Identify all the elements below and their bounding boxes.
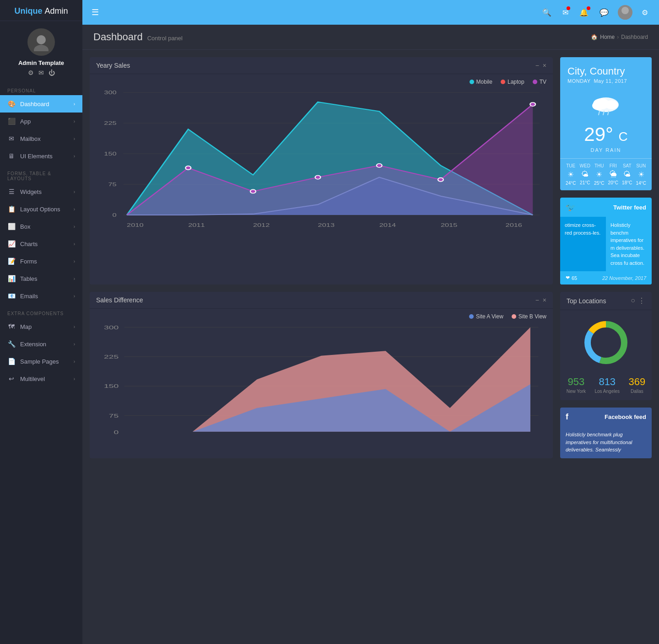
- svg-text:0: 0: [113, 429, 119, 435]
- sidebar-item-left: 🔧 Extension: [7, 340, 46, 348]
- twitter-logo-icon: 🐦: [566, 202, 576, 212]
- settings-icon[interactable]: ⚙: [642, 8, 648, 17]
- forecast-temp: 24°C: [566, 181, 576, 186]
- yearly-chart-area: 300 225 150 75 0 2010 2011 2012 2013 201…: [90, 88, 553, 252]
- sidebar-item-dashboard[interactable]: 🎨 Dashboard ›: [0, 95, 82, 113]
- tables-icon: 📊: [7, 274, 16, 283]
- sidebar-item-label: Mailbox: [20, 135, 41, 142]
- site-a-dot: [469, 314, 474, 319]
- sidebar-item-sample-pages[interactable]: 📄 Sample Pages ›: [0, 353, 82, 370]
- breadcrumb-separator: ›: [617, 34, 619, 40]
- sidebar-item-mailbox[interactable]: ✉ Mailbox ›: [0, 130, 82, 147]
- box-icon: ⬜: [7, 222, 16, 231]
- sidebar-item-map[interactable]: 🗺 Map ›: [0, 318, 82, 335]
- sidebar-item-tables[interactable]: 📊 Tables ›: [0, 270, 82, 287]
- svg-text:2012: 2012: [253, 222, 270, 228]
- arrow-icon: ›: [74, 276, 75, 281]
- power-icon[interactable]: ⏻: [49, 69, 55, 76]
- site-b-dot: [512, 314, 516, 319]
- sidebar-item-label: Box: [20, 223, 30, 230]
- weather-date: MONDAY May 11, 2017: [560, 77, 652, 87]
- weather-city: City, Country: [560, 57, 652, 77]
- forecast-day-name: SUN: [636, 163, 646, 168]
- brand-unique: Unique: [14, 6, 42, 16]
- sidebar-item-left: 📈 Charts: [7, 240, 38, 248]
- top-locations-header: Top Locations ○ ⋮: [560, 292, 652, 310]
- arrow-icon: ›: [74, 189, 75, 194]
- forecast-temp: 20°C: [608, 180, 618, 185]
- user-avatar[interactable]: [618, 5, 632, 20]
- dallas-label: Dallas: [629, 389, 646, 394]
- weather-widget: City, Country MONDAY May 11, 2017: [560, 57, 652, 190]
- sidebar-item-ui-elements[interactable]: 🖥 UI Elements ›: [0, 147, 82, 165]
- page-title: Dashboard: [93, 31, 143, 43]
- sidebar-item-left: ☰ Widgets: [7, 188, 42, 196]
- sidebar-item-left: 📄 Sample Pages: [7, 357, 59, 365]
- tv-label: TV: [540, 79, 546, 85]
- sidebar-brand: Unique Admin: [0, 0, 82, 21]
- svg-point-32: [592, 101, 605, 110]
- svg-text:0: 0: [113, 212, 117, 218]
- avatar[interactable]: [27, 28, 55, 56]
- forecast-temp: 18°C: [622, 180, 632, 185]
- close-icon[interactable]: ×: [543, 296, 546, 304]
- svg-text:2016: 2016: [506, 222, 523, 228]
- sidebar-item-box[interactable]: ⬜ Box ›: [0, 218, 82, 235]
- svg-point-25: [250, 189, 256, 193]
- forecast-sun: SUN ☀ 14°C: [636, 163, 646, 186]
- section-forms-label: FORMS, TABLE & LAYOUTS: [0, 165, 82, 183]
- message-icon[interactable]: 💬: [600, 8, 609, 17]
- menu-toggle-icon[interactable]: ☰: [92, 7, 99, 17]
- brand-text: Unique Admin: [14, 6, 68, 16]
- yearly-sales-controls: − ×: [535, 62, 546, 69]
- top-locations-widget: Top Locations ○ ⋮: [560, 292, 652, 400]
- legend-laptop: Laptop: [501, 79, 524, 85]
- yearly-sales-title: Yeary Sales: [96, 62, 130, 69]
- sidebar-item-widgets[interactable]: ☰ Widgets ›: [0, 183, 82, 200]
- svg-point-28: [438, 178, 443, 182]
- minimize-icon[interactable]: −: [535, 296, 539, 304]
- sidebar-item-left: 📋 Layout Options: [7, 205, 60, 213]
- sidebar-item-forms[interactable]: 📝 Forms ›: [0, 252, 82, 270]
- sidebar-item-label: Extension: [20, 341, 46, 348]
- svg-text:2015: 2015: [441, 222, 458, 228]
- right-panel: City, Country MONDAY May 11, 2017: [560, 57, 652, 284]
- sidebar-item-layout-options[interactable]: 📋 Layout Options ›: [0, 200, 82, 218]
- svg-text:150: 150: [104, 383, 119, 389]
- notification-icon[interactable]: 🔔: [579, 8, 589, 17]
- sidebar-item-charts[interactable]: 📈 Charts ›: [0, 235, 82, 252]
- svg-text:225: 225: [104, 354, 119, 360]
- sidebar-item-label: Charts: [20, 241, 38, 247]
- twitter-col-1: otimize cross-red process-les.: [560, 217, 606, 271]
- sidebar-item-app[interactable]: ⬛ App ›: [0, 113, 82, 130]
- search-icon[interactable]: 🔍: [542, 8, 551, 17]
- forecast-day-name: THU: [594, 163, 604, 168]
- new-york-count: 953: [567, 376, 586, 388]
- widgets-icon: ☰: [7, 188, 16, 196]
- arrow-icon: ›: [74, 359, 75, 364]
- settings-icon[interactable]: ⚙: [28, 69, 34, 76]
- more-icon[interactable]: ⋮: [638, 296, 645, 305]
- svg-text:75: 75: [108, 182, 116, 188]
- charts-icon: 📈: [7, 240, 16, 248]
- mail-icon[interactable]: ✉: [562, 8, 568, 17]
- sales-diff-controls: − ×: [535, 296, 546, 304]
- sidebar-item-left: 🎨 Dashboard: [7, 100, 49, 108]
- breadcrumb-home[interactable]: Home: [600, 34, 615, 40]
- extension-icon: 🔧: [7, 340, 16, 348]
- close-icon[interactable]: ×: [543, 62, 546, 69]
- svg-point-27: [377, 164, 382, 167]
- email-icon[interactable]: ✉: [38, 69, 44, 76]
- sidebar-item-emails[interactable]: 📧 Emails ›: [0, 287, 82, 305]
- laptop-label: Laptop: [508, 79, 524, 85]
- forecast-thu: THU ☀ 25°C: [594, 163, 604, 186]
- svg-text:2011: 2011: [188, 222, 205, 228]
- sidebar-username: Admin Template: [18, 59, 64, 66]
- sidebar-item-extension[interactable]: 🔧 Extension ›: [0, 335, 82, 353]
- svg-point-0: [37, 35, 46, 44]
- donut-chart-wrap: [560, 310, 652, 372]
- minimize-icon[interactable]: −: [535, 62, 539, 69]
- sidebar-item-multilevel[interactable]: ↩ Multilevel ›: [0, 370, 82, 387]
- refresh-icon[interactable]: ○: [631, 296, 635, 305]
- tv-dot: [533, 80, 537, 84]
